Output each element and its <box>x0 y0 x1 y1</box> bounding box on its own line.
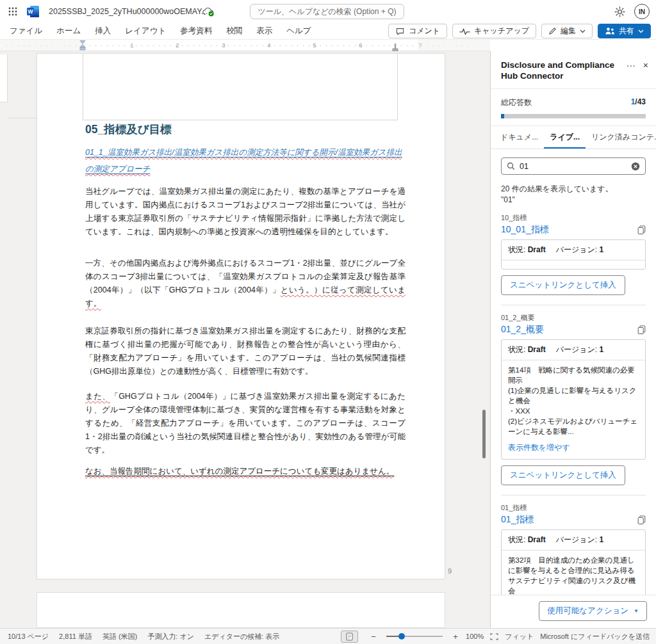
copy-icon[interactable] <box>637 515 646 524</box>
paragraph-2[interactable]: 一方、その他国内拠点および海外拠点におけるスコープ1・2排出量、並びにグループ全… <box>85 257 406 310</box>
comments-button[interactable]: コメント <box>388 24 447 38</box>
page-icon <box>346 632 353 641</box>
page-number: 9 <box>448 567 452 575</box>
status-editor-suggestions[interactable]: エディターの候補: 表示 <box>204 632 279 641</box>
print-layout-view-button[interactable] <box>341 631 358 643</box>
menu-view[interactable]: 表示 <box>249 26 279 36</box>
zoom-in-button[interactable]: + <box>452 632 459 641</box>
zoom-percent[interactable]: 100% <box>466 632 484 640</box>
zoom-out-button[interactable]: − <box>370 632 377 641</box>
chevron-down-icon <box>638 29 644 33</box>
progress-fill <box>501 114 504 118</box>
menu-file[interactable]: ファイル <box>3 26 49 36</box>
cloud-saved-icon[interactable] <box>202 7 215 17</box>
page-fragment <box>0 54 8 102</box>
insert-snippet-link-button[interactable]: スニペットリンクとして挿入 <box>501 465 625 485</box>
panel-close-icon[interactable]: × <box>643 60 648 81</box>
zoom-slider[interactable] <box>386 636 443 637</box>
comment-icon <box>395 27 405 36</box>
status-bar: 10/13 ページ 2,811 単語 英語 (米国) 予測入力: オン エディタ… <box>0 628 656 644</box>
people-icon <box>605 27 615 35</box>
card-category: 10_指標 <box>501 213 646 223</box>
copy-icon[interactable] <box>637 225 646 234</box>
frame-border-fragment <box>8 118 37 118</box>
document-canvas: 05_指標及び目標 01_1_温室効果ガス排出/温室効果ガス排出の測定方法等に関… <box>0 51 490 628</box>
clear-search-icon[interactable] <box>631 162 640 171</box>
catchup-button[interactable]: キャッチアップ <box>452 24 536 38</box>
menu-layout[interactable]: レイアウト <box>118 26 173 36</box>
status-word-count[interactable]: 2,811 単語 <box>59 632 92 641</box>
stats-value: 1/43 <box>631 97 646 108</box>
empty-text-frame[interactable] <box>83 54 398 120</box>
fit-icon[interactable] <box>490 633 498 640</box>
panel-search-input[interactable] <box>520 162 627 171</box>
tab-linked-content[interactable]: リンク済みコンテ... <box>586 126 656 149</box>
card-snippet-text: 第14項 戦略に関する気候関連の必要開示 (1)企業の見通しに影響を与えるリスク… <box>502 360 645 438</box>
copy-icon[interactable] <box>637 325 646 334</box>
document-heading[interactable]: 05_指標及び目標 <box>85 122 172 137</box>
share-button[interactable]: 共有 <box>598 24 651 38</box>
menu-insert[interactable]: 挿入 <box>88 26 118 36</box>
response-stats: 総応答数 1/43 <box>491 89 656 126</box>
panel-more-icon[interactable]: ··· <box>627 60 636 81</box>
show-more-link[interactable]: 表示件数を増やす <box>502 438 577 459</box>
panel-title: Disclosure and Compliance Hub Connector <box>501 60 627 81</box>
card-title-link[interactable]: 10_01_指標 <box>501 224 637 236</box>
zoom-slider-thumb[interactable] <box>398 633 405 640</box>
title-bar: W 2025SSBJ_2025_2yTHu000000woOEMAY... IN <box>0 0 656 23</box>
status-page-count[interactable]: 10/13 ページ <box>8 632 49 641</box>
paragraph-3[interactable]: 東京証券取引所の指針に基づき温室効果ガス排出量を測定するにあたり、財務的な支配権… <box>85 325 406 378</box>
document-subheading[interactable]: 01_1_温室効果ガス排出/温室効果ガス排出の測定方法等に関する開示/温室効果ガ… <box>85 144 409 177</box>
card-snippet-text: 第32項 目的達成のため企業の見通しに影響を与えると合理的に見込み得るサステナビ… <box>502 551 645 595</box>
tab-library[interactable]: ライブ... <box>544 126 586 149</box>
menu-bar: ファイル ホーム 挿入 レイアウト 参考資料 校閲 表示 ヘルプ コメント キャ… <box>0 23 656 40</box>
results-summary: 20 件の結果を表示しています。 "01" <box>491 181 656 205</box>
insert-snippet-link-button[interactable]: スニペットリンクとして挿入 <box>501 275 625 295</box>
menu-help[interactable]: ヘルプ <box>279 26 318 36</box>
menu-home[interactable]: ホーム <box>49 26 88 36</box>
card-category: 01_2_概要 <box>501 313 646 323</box>
chevron-down-icon <box>580 29 586 33</box>
card-status: 状況: Draft バージョン: 1 <box>502 340 645 360</box>
status-language[interactable]: 英語 (米国) <box>102 632 137 641</box>
word-online-app: W 2025SSBJ_2025_2yTHu000000woOEMAY... IN <box>0 0 656 644</box>
paragraph-4[interactable]: また、「GHGプロトコル（2004年）」に基づき温室効果ガス排出量を測定するにあ… <box>85 390 406 457</box>
results-list: 10_指標 10_01_指標 状況: Draft バージョン: 1 スニペットリ… <box>491 205 656 595</box>
horizontal-ruler: 1 2 3 4 5 6 7 <box>0 40 490 51</box>
account-avatar[interactable]: IN <box>634 4 650 19</box>
card-title-link[interactable]: 01_指標 <box>501 514 637 526</box>
card-title-link[interactable]: 01_2_概要 <box>501 324 637 335</box>
status-text-predictions[interactable]: 予測入力: オン <box>147 632 194 641</box>
card-status: 状況: Draft バージョン: 1 <box>502 240 645 261</box>
panel-tabs: ドキュメ... ライブ... リンク済みコンテ... <box>491 126 656 149</box>
pencil-icon <box>548 27 557 35</box>
card-category: 01_指標 <box>501 503 646 513</box>
edit-mode-button[interactable]: 編集 <box>541 24 593 38</box>
search-icon <box>507 162 515 170</box>
available-actions-button[interactable]: 使用可能なアクション ▼ <box>539 601 647 621</box>
global-search-input[interactable] <box>250 4 404 19</box>
panel-search-box[interactable] <box>501 157 646 175</box>
progress-bar <box>501 114 646 118</box>
stats-label: 総応答数 <box>501 97 532 108</box>
tab-documents[interactable]: ドキュメ... <box>495 126 544 149</box>
global-search-box[interactable] <box>250 4 404 19</box>
card-status: 状況: Draft バージョン: 1 <box>502 530 645 551</box>
word-app-icon[interactable]: W <box>27 5 40 18</box>
caret-down-icon: ▼ <box>634 608 639 614</box>
menu-review[interactable]: 校閲 <box>219 26 249 36</box>
connector-panel: Disclosure and Compliance Hub Connector … <box>490 51 656 628</box>
svg-text:W: W <box>28 8 33 15</box>
feedback-link[interactable]: Microsoft にフィードバックを送信 <box>540 632 650 641</box>
vertical-scrollbar-thumb[interactable] <box>482 410 486 458</box>
paragraph-5[interactable]: なお、当報告期間において、いずれの測定アプローチについても変更はありません。 <box>85 465 406 478</box>
next-document-page[interactable] <box>37 592 445 628</box>
paragraph-1[interactable]: 当社グループでは、温室効果ガス排出量の測定にあたり、複数の基準とアプローチを適用… <box>85 185 406 239</box>
fit-label[interactable]: フィット <box>505 632 534 641</box>
settings-gear-icon[interactable] <box>614 6 625 17</box>
pulse-icon <box>459 28 470 35</box>
document-page[interactable]: 05_指標及び目標 01_1_温室効果ガス排出/温室効果ガス排出の測定方法等に関… <box>37 53 445 579</box>
app-launcher-icon[interactable] <box>8 6 18 17</box>
document-title[interactable]: 2025SSBJ_2025_2yTHu000000woOEMAY... <box>49 7 196 16</box>
menu-references[interactable]: 参考資料 <box>173 26 219 36</box>
